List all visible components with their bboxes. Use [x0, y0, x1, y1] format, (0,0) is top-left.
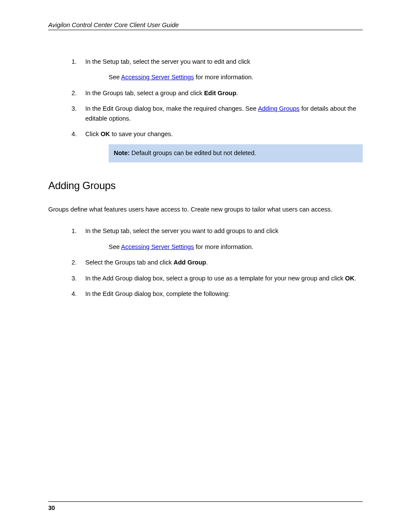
bold-text: Add Group: [174, 259, 206, 266]
text: .: [355, 275, 356, 282]
section-heading-adding-groups: Adding Groups: [48, 177, 363, 193]
header-rule: [48, 30, 363, 30]
text: In the Groups tab, select a group and cl…: [85, 90, 204, 96]
note-text: Default groups can be edited but not del…: [130, 149, 256, 156]
section1-list: In the Setup tab, select the server you …: [48, 57, 363, 139]
text: In the Setup tab, select the server you …: [85, 58, 250, 65]
page-number: 30: [48, 504, 55, 511]
text: .: [206, 259, 208, 266]
list-item: Select the Groups tab and click Add Grou…: [48, 258, 363, 267]
page-header-title: Avigilon Control Center Core Client User…: [48, 22, 363, 30]
text: In the Edit Group dialog box, make the r…: [85, 105, 258, 112]
text: See: [109, 243, 121, 250]
list-item: In the Add Group dialog box, select a gr…: [48, 274, 363, 283]
text: Select the Groups tab and click: [85, 259, 174, 266]
list-item: Click OK to save your changes.: [48, 129, 363, 139]
list-item: In the Groups tab, select a group and cl…: [48, 88, 363, 98]
link-accessing-server-settings-2[interactable]: Accessing Server Settings: [121, 243, 194, 250]
text: In the Edit Group dialog box, complete t…: [85, 290, 230, 297]
note-wrapper: Note: Default groups can be edited but n…: [48, 144, 363, 162]
note-label: Note:: [114, 149, 130, 156]
note-box: Note: Default groups can be edited but n…: [109, 144, 363, 162]
footer-rule: [48, 501, 363, 502]
text: for more information.: [194, 74, 253, 81]
body-content: In the Setup tab, select the server you …: [48, 57, 363, 299]
text: for more information.: [194, 243, 253, 250]
link-adding-groups[interactable]: Adding Groups: [258, 105, 300, 112]
intro-paragraph: Groups define what features users have a…: [48, 205, 363, 214]
list-item: In the Edit Group dialog box, complete t…: [48, 289, 363, 299]
bold-text: Edit Group: [204, 90, 237, 96]
list-item: In the Edit Group dialog box, make the r…: [48, 104, 363, 123]
text: See: [109, 74, 121, 81]
text: .: [237, 90, 238, 96]
list-item: In the Setup tab, select the server you …: [48, 226, 363, 252]
text: to save your changes.: [110, 131, 173, 137]
bold-text: OK: [100, 131, 110, 137]
text: Click: [85, 131, 100, 137]
list-item: In the Setup tab, select the server you …: [48, 57, 363, 82]
text: In the Add Group dialog box, select a gr…: [85, 275, 345, 282]
section2-list: In the Setup tab, select the server you …: [48, 226, 363, 299]
bold-text: OK: [345, 275, 355, 282]
link-accessing-server-settings[interactable]: Accessing Server Settings: [121, 74, 194, 81]
text: In the Setup tab, select the server you …: [85, 227, 278, 234]
